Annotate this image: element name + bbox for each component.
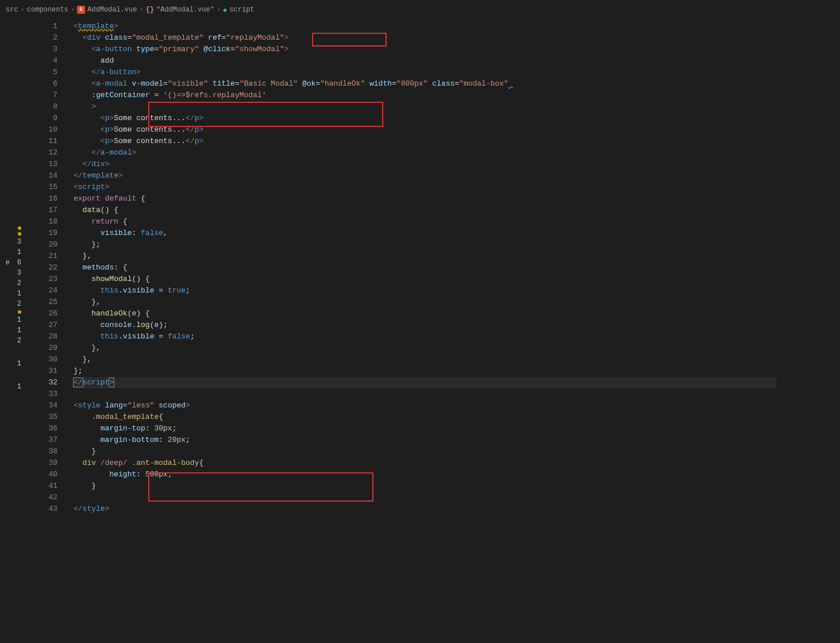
code-line[interactable]: visible: false, <box>74 228 776 239</box>
line-number[interactable]: 31 <box>26 365 57 377</box>
code-line[interactable]: return { <box>74 216 776 228</box>
line-number[interactable]: 26 <box>26 308 57 319</box>
editor[interactable]: 1234567891011121314151617181920212223242… <box>26 18 840 643</box>
code-line[interactable] <box>74 388 776 400</box>
marker-item[interactable]: 1 <box>16 247 26 257</box>
line-number[interactable]: 1 <box>26 21 57 32</box>
breadcrumb-segment[interactable]: "AddModal.vue" <box>156 6 214 14</box>
line-number[interactable]: 29 <box>26 342 57 354</box>
marker-item[interactable]: 3 <box>16 268 26 278</box>
line-number[interactable]: 13 <box>26 159 57 170</box>
minimap[interactable] <box>776 18 840 643</box>
line-number[interactable]: 25 <box>26 297 57 308</box>
line-number[interactable]: 40 <box>26 469 57 480</box>
code-line[interactable]: > <box>74 101 776 113</box>
line-number[interactable]: 30 <box>26 354 57 365</box>
line-number[interactable]: 39 <box>26 457 57 469</box>
code-line[interactable]: }, <box>74 354 776 365</box>
line-number[interactable]: 33 <box>26 388 57 400</box>
line-number[interactable]: 3 <box>26 44 57 55</box>
line-number[interactable]: 27 <box>26 319 57 331</box>
code-area[interactable]: <template> <div class="modal_template" r… <box>68 18 776 643</box>
code-line[interactable]: .modal_template{ <box>74 411 776 423</box>
code-line[interactable]: <template> <box>74 21 776 32</box>
line-number[interactable]: 20 <box>26 239 57 251</box>
code-line[interactable]: <p>Some contents...</p> <box>74 136 776 147</box>
line-number[interactable]: 17 <box>26 205 57 216</box>
marker-item[interactable]: 1 <box>16 382 26 392</box>
line-number[interactable]: 41 <box>26 480 57 492</box>
code-line[interactable]: margin-top: 30px; <box>74 423 776 434</box>
code-line[interactable]: <style lang="less" scoped> <box>74 400 776 411</box>
marker-item[interactable] <box>21 369 26 382</box>
code-line[interactable]: }; <box>74 365 776 377</box>
marker-item[interactable] <box>18 309 26 315</box>
code-line[interactable]: <div class="modal_template" ref="replayM… <box>74 32 776 44</box>
line-number[interactable]: 2 <box>26 32 57 44</box>
line-number[interactable]: 37 <box>26 434 57 446</box>
breadcrumb-segment[interactable]: script <box>229 6 254 14</box>
code-line[interactable]: handleOk(e) { <box>74 308 776 319</box>
marker-item[interactable]: 1 <box>16 359 26 369</box>
code-line[interactable]: }, <box>74 342 776 354</box>
line-number[interactable]: 28 <box>26 331 57 342</box>
code-line[interactable]: export default { <box>74 193 776 205</box>
line-number[interactable]: 35 <box>26 411 57 423</box>
line-number[interactable]: 8 <box>26 101 57 113</box>
line-number[interactable]: 22 <box>26 262 57 274</box>
line-number[interactable]: 16 <box>26 193 57 205</box>
code-line[interactable]: :getContainer = '()=>$refs.replayModal' <box>74 90 776 101</box>
marker-item[interactable]: 2 <box>16 299 26 309</box>
marker-item[interactable] <box>18 225 26 231</box>
line-number[interactable]: 7 <box>26 90 57 101</box>
marker-item[interactable]: 1 <box>16 315 26 325</box>
marker-item[interactable]: 2 <box>16 278 26 288</box>
line-number[interactable]: 9 <box>26 113 57 124</box>
code-line[interactable]: </a-modal> <box>74 147 776 159</box>
line-number[interactable]: 15 <box>26 182 57 193</box>
code-line[interactable]: } <box>74 480 776 492</box>
code-line[interactable]: div /deep/ .ant-modal-body{ <box>74 457 776 469</box>
code-line[interactable]: }, <box>74 297 776 308</box>
code-line[interactable]: console.log(e); <box>74 319 776 331</box>
code-line[interactable]: methods: { <box>74 262 776 274</box>
code-line[interactable]: </a-button> <box>74 67 776 78</box>
marker-item[interactable] <box>21 346 26 359</box>
line-number[interactable]: 4 <box>26 55 57 67</box>
line-number[interactable]: 19 <box>26 228 57 239</box>
code-line[interactable]: data() { <box>74 205 776 216</box>
code-line[interactable] <box>74 492 776 503</box>
code-line[interactable]: }; <box>74 239 776 251</box>
line-number[interactable]: 23 <box>26 274 57 285</box>
marker-item[interactable]: 3 <box>16 237 26 247</box>
breadcrumb-segment[interactable]: components <box>27 6 68 14</box>
code-line[interactable]: </template> <box>74 170 776 182</box>
line-number[interactable]: 42 <box>26 492 57 503</box>
marker-item[interactable]: e6 <box>6 257 26 268</box>
code-line[interactable]: margin-bottom: 20px; <box>74 434 776 446</box>
line-number[interactable]: 14 <box>26 170 57 182</box>
line-number[interactable]: 36 <box>26 423 57 434</box>
line-number[interactable]: 38 <box>26 446 57 457</box>
line-number[interactable]: 34 <box>26 400 57 411</box>
breadcrumb-segment[interactable]: src <box>6 6 18 14</box>
line-gutter[interactable]: 1234567891011121314151617181920212223242… <box>26 18 68 643</box>
line-number[interactable]: 6 <box>26 78 57 90</box>
line-number[interactable]: 10 <box>26 124 57 136</box>
code-line[interactable]: }, <box>74 251 776 262</box>
code-line[interactable]: } <box>74 446 776 457</box>
marker-item[interactable]: 1 <box>16 288 26 299</box>
line-number[interactable]: 21 <box>26 251 57 262</box>
code-line[interactable]: showModal() { <box>74 274 776 285</box>
line-number[interactable]: 43 <box>26 503 57 515</box>
code-line[interactable]: this.visible = false; <box>74 331 776 342</box>
line-number[interactable]: 5 <box>26 67 57 78</box>
code-line[interactable]: <a-button type="primary" @click="showMod… <box>74 44 776 55</box>
code-line[interactable]: this.visible = true; <box>74 285 776 297</box>
line-number[interactable]: 24 <box>26 285 57 297</box>
line-number[interactable]: 18 <box>26 216 57 228</box>
marker-item[interactable]: 2 <box>16 336 26 346</box>
marker-item[interactable]: 1 <box>16 325 26 336</box>
line-number[interactable]: 12 <box>26 147 57 159</box>
code-line[interactable]: <script> <box>74 182 776 193</box>
